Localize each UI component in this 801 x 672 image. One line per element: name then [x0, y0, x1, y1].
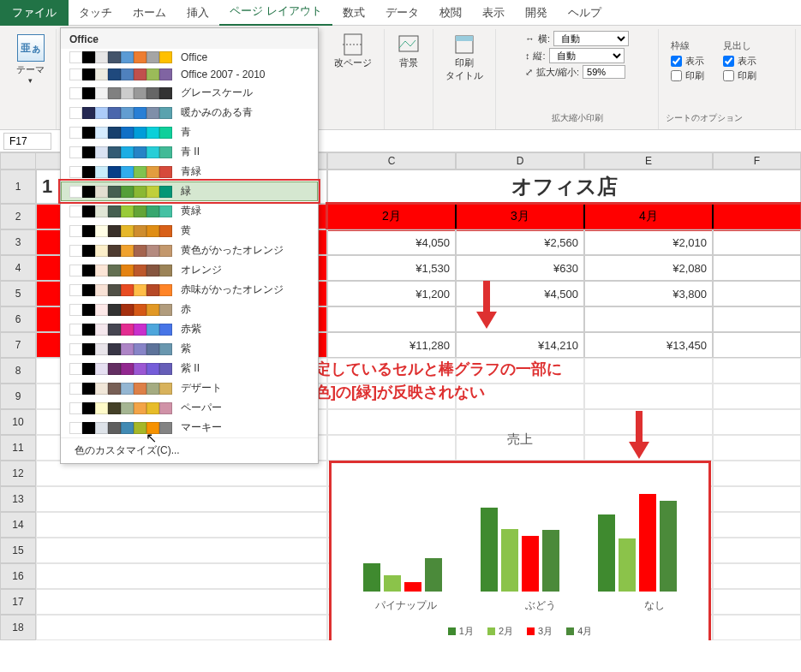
cell[interactable]	[584, 306, 713, 332]
tab-insert[interactable]: 挿入	[176, 0, 219, 26]
color-scheme-item[interactable]: グレースケール	[61, 83, 318, 103]
color-scheme-item[interactable]: 黄色がかったオレンジ	[61, 241, 318, 260]
color-scheme-item[interactable]: デザート	[61, 378, 318, 398]
cell[interactable]	[36, 615, 327, 640]
color-scheme-item[interactable]: 青 II	[61, 142, 318, 162]
scale-input[interactable]	[583, 65, 625, 79]
cell[interactable]	[36, 589, 327, 615]
row-header[interactable]: 12	[0, 461, 36, 486]
cell[interactable]: ¥3,800	[584, 281, 713, 306]
chart-container[interactable]: パイナップルぶどうなし 1月2月3月4月	[329, 461, 711, 640]
tab-data[interactable]: データ	[375, 0, 429, 26]
cell[interactable]	[584, 384, 713, 409]
color-scheme-item[interactable]: ペーパー	[61, 398, 318, 418]
color-scheme-item[interactable]: オレンジ	[61, 260, 318, 280]
cell[interactable]: ¥2,080	[584, 255, 713, 281]
row-header[interactable]: 6	[0, 306, 36, 332]
customize-colors[interactable]: 色のカスタマイズ(C)...	[61, 437, 318, 463]
print-titles-button[interactable]: 印刷 タイトル	[440, 31, 488, 84]
row-header[interactable]: 2	[0, 204, 36, 229]
col-header[interactable]: E	[584, 152, 713, 169]
cell[interactable]	[713, 615, 801, 640]
cell[interactable]: ¥2,560	[456, 229, 584, 255]
row-header[interactable]: 17	[0, 589, 36, 615]
tab-home[interactable]: ホーム	[123, 0, 176, 26]
tab-developer[interactable]: 開発	[515, 0, 558, 26]
cell[interactable]	[456, 306, 584, 332]
row-header[interactable]: 14	[0, 512, 36, 538]
cell[interactable]	[713, 435, 801, 461]
background-button[interactable]: 背景	[392, 31, 426, 71]
color-scheme-item[interactable]: Office	[61, 49, 318, 66]
cell[interactable]: ¥4,500	[456, 281, 584, 306]
gridlines-print-check[interactable]: 印刷	[671, 69, 704, 82]
tab-file[interactable]: ファイル	[0, 0, 69, 26]
month-header-cell[interactable]: 2月	[327, 204, 456, 229]
cell[interactable]	[584, 358, 713, 384]
cell[interactable]: ¥14,210	[456, 332, 584, 358]
gridlines-view-check[interactable]: 表示	[671, 55, 704, 68]
tab-review[interactable]: 校閲	[429, 0, 472, 26]
color-scheme-item[interactable]: 紫	[61, 339, 318, 359]
cell[interactable]	[713, 486, 801, 512]
cell[interactable]: ¥630	[456, 255, 584, 281]
row-header[interactable]: 3	[0, 229, 36, 255]
cell[interactable]	[36, 512, 327, 538]
cell[interactable]: ¥11,280	[327, 332, 456, 358]
cell[interactable]: ¥13,450	[584, 332, 713, 358]
row-header[interactable]: 5	[0, 281, 36, 306]
select-all-corner[interactable]	[0, 152, 36, 169]
color-scheme-item[interactable]: 青緑	[61, 162, 318, 181]
width-select[interactable]: 自動	[553, 31, 629, 46]
cell[interactable]	[327, 306, 456, 332]
cell[interactable]	[713, 461, 801, 486]
cell[interactable]	[713, 332, 801, 358]
row-header[interactable]: 18	[0, 615, 36, 640]
page-break-button[interactable]: 改ページ	[329, 31, 377, 71]
cell[interactable]: ¥2,010	[584, 229, 713, 255]
cell[interactable]	[36, 461, 327, 486]
month-header-cell[interactable]: 3月	[456, 204, 584, 229]
cell[interactable]	[713, 409, 801, 435]
month-header-cell[interactable]: 4月	[584, 204, 713, 229]
headings-view-check[interactable]: 表示	[723, 55, 756, 68]
cell[interactable]	[713, 281, 801, 306]
row-header[interactable]: 10	[0, 409, 36, 435]
cell[interactable]	[36, 563, 327, 589]
tab-help[interactable]: ヘルプ	[558, 0, 612, 26]
color-scheme-item[interactable]: 青	[61, 122, 318, 142]
color-scheme-item[interactable]: 黄	[61, 221, 318, 241]
cell[interactable]	[713, 589, 801, 615]
color-scheme-item[interactable]: マーキー	[61, 418, 318, 437]
col-header[interactable]: D	[456, 152, 584, 169]
month-header-cell[interactable]	[713, 204, 801, 229]
row-header[interactable]: 8	[0, 358, 36, 384]
height-select[interactable]: 自動	[549, 48, 625, 63]
col-header[interactable]: C	[327, 152, 456, 169]
cell[interactable]: ¥1,200	[327, 281, 456, 306]
cell[interactable]	[36, 538, 327, 563]
name-box[interactable]	[3, 133, 51, 150]
color-scheme-item[interactable]: 赤味がかったオレンジ	[61, 280, 318, 300]
row-header[interactable]: 4	[0, 255, 36, 281]
color-scheme-item[interactable]: 赤紫	[61, 319, 318, 339]
row-header[interactable]: 9	[0, 384, 36, 409]
row-header[interactable]: 16	[0, 563, 36, 589]
cell[interactable]	[713, 563, 801, 589]
cell[interactable]: ¥1,530	[327, 255, 456, 281]
cell[interactable]	[713, 306, 801, 332]
cell[interactable]	[713, 358, 801, 384]
headings-print-check[interactable]: 印刷	[723, 69, 756, 82]
themes-button[interactable]: 亜ぁ テーマ ▾	[13, 31, 48, 88]
row-header[interactable]: 11	[0, 435, 36, 461]
cell[interactable]	[713, 538, 801, 563]
tab-view[interactable]: 表示	[472, 0, 515, 26]
row-header[interactable]: 7	[0, 332, 36, 358]
color-scheme-item[interactable]: 黄緑	[61, 201, 318, 221]
color-scheme-item[interactable]: 紫 II	[61, 359, 318, 378]
tab-formulas[interactable]: 数式	[332, 0, 375, 26]
color-scheme-item[interactable]: 赤	[61, 300, 318, 319]
color-scheme-item[interactable]: Office 2007 - 2010	[61, 66, 318, 83]
tab-page-layout[interactable]: ページ レイアウト	[219, 0, 332, 27]
col-header[interactable]: F	[713, 152, 801, 169]
